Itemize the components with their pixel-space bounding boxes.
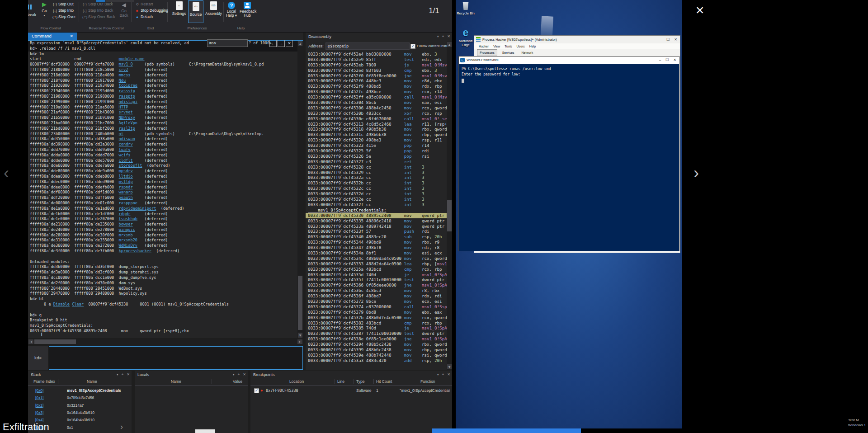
find-close-icon[interactable]: ✕ [286,40,293,47]
close-button[interactable]: × [691,1,709,19]
breakpoint-checkbox[interactable]: ✓ [254,388,259,393]
module-link[interactable]: bowser [119,222,133,226]
module-link[interactable]: Ndu [119,78,126,83]
find-previous-icon[interactable]: ← [269,40,277,47]
disasm-row[interactable]: 0033:00007ff9`dcf4532d cc int 3 [306,191,447,197]
disasm-row[interactable]: 0033:00007ff9`dcf45328 cc int 3 [306,165,447,170]
disasm-row[interactable]: 0033:00007ff9`dcf4530b 4833cc xor rcx, r… [306,111,447,116]
disasm-row[interactable]: 0033:00007ff9`dcf4534c 488b0dad4c0500 mo… [306,256,447,261]
disasm-row[interactable]: 0033:00007ff9`dcf45304 8bc6 mov eax, esi [306,100,447,105]
tab-services[interactable]: Services [500,50,517,56]
module-link[interactable]: winquic [119,227,135,232]
disasm-row[interactable]: 0033:00007ff9`dcf45326 5e pop rsi [306,154,447,159]
module-link[interactable]: ndistapi [119,99,137,104]
disasm-row[interactable]: 0033:00007ff9`dcf45399 488b6c2438 mov rb… [306,347,447,353]
breakpoint-disable-link[interactable]: Disable [53,302,70,306]
stack-frame-row[interactable]: [0x2]0x3214a7 [28,402,132,409]
scroll-down-icon[interactable]: ▼ [447,364,452,369]
kd-command-input[interactable] [49,346,303,370]
module-link[interactable]: peauth [119,195,133,200]
disasm-row[interactable]: 0033:00007ff9`dcf452fc 498bce mov rcx, r… [306,89,447,94]
disasm-row[interactable]: 0033:00007ff9`dcf45340 4883ec20 sub rsp,… [306,234,447,240]
disassembly-header[interactable]: Disassembly ▾⌖✕ [306,33,452,41]
module-link[interactable]: mslldp [119,179,133,184]
stop-debugging-button[interactable]: ■Stop Debugging [134,8,168,14]
disasm-row[interactable]: 0033:00007ff9`dcf452f6 448bc3 mov r8d, e… [306,78,447,84]
scroll-up-icon[interactable]: ▲ [298,41,302,46]
disassembly-listing[interactable]: 0033:00007ff9`dcf452e4 bb03000000 mov eb… [306,52,447,370]
disasm-row[interactable]: 0033:00007ff9`dcf4532b cc int 3 [306,180,447,186]
chevron-down-icon[interactable]: ▾ [437,34,439,38]
module-link[interactable]: mrxsmb [119,233,133,237]
disassembly-vscrollbar[interactable]: ▲ ▼ [447,42,452,370]
menu-item-help[interactable]: Help [529,45,536,48]
disasm-row[interactable]: 0033:00007ff9`dcf45387 f7411c00010000 te… [306,331,447,336]
close-icon[interactable]: ✕ [447,372,450,377]
module-link[interactable]: storqosflt [119,163,142,168]
disasm-row[interactable]: 0033:00007ff9`dcf452e9 85ff test edi, ed… [306,57,447,62]
module-link[interactable]: mpsdrv [119,169,133,173]
disasm-row[interactable]: 0033:00007ff9`dcf45385 740d je msv1_0!Sp… [306,325,447,331]
module-link[interactable]: wcifs [119,153,131,157]
disasm-row[interactable]: 0033:00007ff9`dcf4534a 8bf1 mov esi, ecx [306,250,447,256]
module-link[interactable]: raspppoe [119,201,137,205]
command-hscrollbar[interactable]: ◄ ► [28,339,303,344]
module-link[interactable]: nt [119,132,123,136]
disasm-row[interactable]: 0033:00007ff9`dcf45329 cc int 3 [306,170,447,175]
menu-item-hacker[interactable]: Hacker [479,45,489,48]
command-vscrollbar[interactable]: ▲ ▼ [297,41,303,338]
close-icon[interactable]: ✕ [447,34,450,38]
disasm-row[interactable]: 0033:00007ff9`dcf4535d 740d je msv1_0!Sp… [306,272,447,278]
scroll-thumb[interactable] [34,339,76,344]
scroll-down-icon[interactable]: ▼ [298,333,302,338]
chevron-down-icon[interactable]: ▾ [437,372,439,377]
module-link[interactable]: wanarp [119,190,133,194]
module-link[interactable]: rspndr [119,185,133,189]
disasm-row[interactable]: 0033:00007ff9`dcf45320 498be3 mov rsp, r… [306,137,447,143]
disasm-row[interactable]: 0033:00007ff9`dcf4535f f7411c00010000 te… [306,277,447,282]
module-name-header-link[interactable]: module name [119,56,145,61]
close-icon[interactable]: ✕ [70,33,73,40]
disasm-current-instruction[interactable]: 0033:00007ff9`dcf45330 48895c2408 mov qw… [306,213,447,218]
follow-checkbox[interactable]: ✓ [410,44,415,49]
module-link[interactable]: AgileVpn [119,121,137,125]
module-link[interactable]: rdpdr [119,212,131,216]
step-out-button[interactable]: {↑}Step Out [52,1,74,7]
module-link[interactable]: mrxsmb20 [119,238,137,242]
disasm-row[interactable]: 0033:00007ff9`dcf4535a 483bcd cmp rcx, r… [306,267,447,272]
disasm-row[interactable]: 0033:00007ff9`dcf4532c cc int 3 [306,186,447,191]
disasm-row[interactable]: 0033:00007ff9`dcf452e4 bb03000000 mov eb… [306,52,447,57]
recycle-bin-icon[interactable]: Recycle Bin [455,2,476,15]
disasm-row[interactable]: 0033:00007ff9`dcf4533f 57 push rdi [306,229,447,234]
step-into-back-button[interactable]: {↓}Step Into Back [81,8,113,14]
powershell-console[interactable]: PS C:\Users\spotless> runas /user:low cm… [459,64,679,251]
disasm-row[interactable]: 0033:00007ff9`dcf453a3 4883c420 add rsp,… [306,358,447,363]
minimize-icon[interactable]: – [660,38,662,42]
disasm-row[interactable]: 0033:00007ff9`dcf45374 e837000000 call m… [306,304,447,310]
disasm-row[interactable]: 0033:00007ff9`dcf4537b 488b0d7e4c0500 mo… [306,315,447,320]
module-link[interactable]: raspptp [119,94,135,99]
menu-item-users[interactable]: Users [517,45,525,48]
previous-slide-button[interactable]: ‹ [4,164,9,183]
module-link[interactable]: luafv [119,147,131,152]
disasm-row[interactable]: 0033:00007ff9`dcf45379 8bd8 mov ebx, eax [306,310,447,315]
module-link[interactable]: srv2 [119,67,128,72]
disasm-row[interactable]: 0033:00007ff9`dcf452ed 83fb03 cmp ebx, 3 [306,68,447,73]
feedback-hub-button[interactable]: Feedback Hub [240,1,255,24]
disasm-row[interactable]: 0033:00007ff9`dcf4536f 488bd7 mov rdx, r… [306,293,447,299]
disasm-row[interactable]: 0033:00007ff9`dcf45353 488d2da64c0500 le… [306,261,447,267]
disasm-row[interactable]: 0033:00007ff9`dcf45366 0f85deee0000 jne … [306,282,447,288]
frame-index-link[interactable]: [0x1] [35,394,43,401]
disasm-row[interactable]: 0033:00007ff9`dcf4538e 0f85c1ee0000 jne … [306,336,447,342]
disasm-row[interactable]: 0033:00007ff9`dcf45306 488b4c2450 mov rc… [306,105,447,111]
scroll-left-icon[interactable]: ◄ [28,339,33,344]
disasm-row[interactable]: 0033:00007ff9`dcf45347 498bf8 mov rdi, r… [306,245,447,250]
disasm-row[interactable]: 0033:00007ff9`dcf45372 8bce mov ecx, esi [306,299,447,304]
module-link[interactable]: HTTP [119,105,128,109]
menu-item-view[interactable]: View [493,45,500,48]
step-over-button[interactable]: {↷}Step Over [52,14,75,20]
bottom-scrollbar-fragment[interactable] [195,429,215,433]
disasm-row[interactable]: 0033:00007ff9`dcf45344 498bd9 mov rbx, r… [306,240,447,245]
module-link[interactable]: kprocesshacker [119,249,151,253]
disasm-row[interactable]: 0033:00007ff9`dcf4532a cc int 3 [306,175,447,180]
